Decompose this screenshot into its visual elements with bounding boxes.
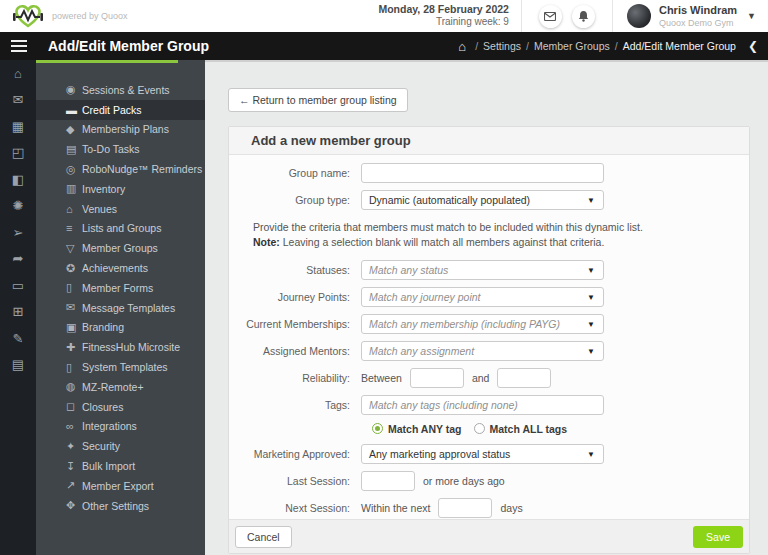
tags-input[interactable]: [361, 395, 604, 415]
cancel-button[interactable]: Cancel: [235, 526, 292, 548]
breadcrumb-separator: /: [526, 40, 529, 52]
match-all-tags-radio[interactable]: [474, 423, 485, 434]
lists-groups-icon: ≡: [66, 222, 82, 234]
fitnesshub-icon: ✚: [66, 341, 82, 354]
messages-button[interactable]: [539, 5, 562, 28]
training-week: Training week: 9: [378, 16, 509, 29]
sidebar-item-integrations[interactable]: ∞Integrations: [36, 417, 205, 437]
equipment-icon[interactable]: ◧: [0, 166, 36, 193]
sidebar-item-message-templates[interactable]: ✉Message Templates: [36, 298, 205, 318]
sidebar-item-lists-and-groups[interactable]: ≡Lists and Groups: [36, 219, 205, 239]
powered-by-label: powered by Quoox: [52, 11, 128, 21]
match-any-tag-radio[interactable]: [372, 423, 383, 434]
last-session-label: Last Session:: [229, 475, 361, 487]
journey-points-select[interactable]: Match any journey point ▼: [361, 287, 604, 307]
sidebar-item-label: Security: [82, 440, 120, 452]
sidebar-item-member-export[interactable]: ↗Member Export: [36, 476, 205, 496]
sidebar-item-label: Branding: [82, 321, 124, 333]
reliability-min-input[interactable]: [410, 368, 464, 388]
sidebar-item-sessions-events[interactable]: ◉Sessions & Events: [36, 80, 205, 100]
sidebar-item-label: Bulk Import: [82, 460, 135, 472]
group-type-select[interactable]: Dynamic (automatically populated) ▼: [361, 190, 604, 210]
home-icon[interactable]: ⌂: [0, 60, 36, 87]
current-date: Monday, 28 February 2022: [378, 3, 509, 16]
collapse-sidebar-icon[interactable]: ❮: [748, 39, 758, 53]
venues-icon: ⌂: [66, 203, 82, 215]
return-to-listing-button[interactable]: ← Return to member group listing: [228, 88, 408, 112]
facility-icon[interactable]: ◰: [0, 140, 36, 167]
statuses-label: Statuses:: [229, 264, 361, 276]
sidebar-item-label: Closures: [82, 401, 123, 413]
home-icon[interactable]: ⌂: [458, 39, 466, 54]
documents-icon[interactable]: ▤: [0, 352, 36, 379]
sidebar-item-robonudge-reminders[interactable]: ◎RoboNudge™ Reminders: [36, 159, 205, 179]
breadcrumb-item-add-edit-member-group[interactable]: Add/Edit Member Group: [623, 40, 736, 52]
robonudge-icon: ◎: [66, 163, 82, 176]
current-memberships-select[interactable]: Match any membership (including PAYG) ▼: [361, 314, 604, 334]
sidebar-item-mz-remote-[interactable]: ◍MZ-Remote+: [36, 377, 205, 397]
marketing-icon[interactable]: ➢: [0, 219, 36, 246]
sidebar-item-security[interactable]: ✦Security: [36, 436, 205, 456]
menu-icon[interactable]: [11, 40, 27, 55]
tag-match-options: Match ANY tag Match ALL tags: [229, 422, 749, 435]
next-session-input[interactable]: [438, 498, 492, 518]
credit-packs-icon: ▬: [66, 104, 82, 116]
sidebar-item-branding[interactable]: ▣Branding: [36, 318, 205, 338]
sidebar-item-closures[interactable]: ◻Closures: [36, 397, 205, 417]
todo-tasks-icon: ▤: [66, 143, 82, 156]
sidebar-item-membership-plans[interactable]: ◆Membership Plans: [36, 120, 205, 140]
journey-points-label: Journey Points:: [229, 291, 361, 303]
sidebar-item-label: MZ-Remote+: [82, 381, 144, 393]
sidebar-item-label: Member Export: [82, 480, 154, 492]
card-footer: Cancel Save: [229, 519, 749, 553]
breadcrumb-item-settings[interactable]: Settings: [483, 40, 521, 52]
sidebar-item-credit-packs[interactable]: ▬Credit Packs: [36, 100, 205, 120]
save-button[interactable]: Save: [693, 526, 743, 548]
chevron-down-icon: ▼: [587, 196, 595, 205]
sidebar-item-label: RoboNudge™ Reminders: [82, 163, 202, 175]
sidebar-item-to-do-tasks[interactable]: ▤To-Do Tasks: [36, 139, 205, 159]
sidebar-item-member-forms[interactable]: ▯Member Forms: [36, 278, 205, 298]
assigned-mentors-label: Assigned Mentors:: [229, 345, 361, 357]
sidebar-item-venues[interactable]: ⌂Venues: [36, 199, 205, 219]
messages-icon[interactable]: ✉: [0, 87, 36, 114]
admin-cogs-icon[interactable]: ✺: [0, 193, 36, 220]
match-any-tag-label: Match ANY tag: [388, 423, 462, 435]
sidebar-item-bulk-import[interactable]: ↧Bulk Import: [36, 456, 205, 476]
finance-icon[interactable]: ▭: [0, 272, 36, 299]
sidebar-item-system-templates[interactable]: ▯System Templates: [36, 357, 205, 377]
branding-icon: ▣: [66, 321, 82, 334]
alerts-button[interactable]: [572, 5, 595, 28]
member-forms-icon: ▯: [66, 281, 82, 294]
other-settings-icon: ✥: [66, 499, 82, 512]
sidebar-item-inventory[interactable]: ▥Inventory: [36, 179, 205, 199]
system-templates-icon: ▯: [66, 361, 82, 374]
assigned-mentors-select[interactable]: Match any assignment ▼: [361, 341, 604, 361]
user-name: Chris Windram: [659, 4, 737, 17]
share-icon[interactable]: ➦: [0, 246, 36, 273]
breadcrumb-item-member-groups[interactable]: Member Groups: [534, 40, 610, 52]
marketing-approved-select[interactable]: Any marketing approval status ▼: [361, 444, 604, 464]
statuses-select[interactable]: Match any status ▼: [361, 260, 604, 280]
notes-icon[interactable]: ✎: [0, 325, 36, 352]
group-name-label: Group name:: [229, 167, 361, 179]
user-menu[interactable]: Chris Windram Quoox Demo Gym ▼: [613, 4, 768, 28]
reliability-and-text: and: [472, 372, 490, 384]
sidebar-item-achievements[interactable]: ✪Achievements: [36, 258, 205, 278]
last-session-input[interactable]: [361, 471, 415, 491]
app-logo[interactable]: powered by Quoox: [12, 3, 128, 29]
calendar-icon[interactable]: ▦: [0, 113, 36, 140]
sidebar-item-other-settings[interactable]: ✥Other Settings: [36, 496, 205, 516]
group-name-input[interactable]: [361, 163, 604, 183]
page-title: Add/Edit Member Group: [48, 38, 209, 54]
sidebar-item-member-groups[interactable]: ▽Member Groups: [36, 238, 205, 258]
sidebar-item-label: Lists and Groups: [82, 222, 161, 234]
user-organisation: Quoox Demo Gym: [659, 18, 737, 28]
main-content: ← Return to member group listing Add a n…: [205, 60, 768, 555]
reliability-max-input[interactable]: [497, 368, 551, 388]
chevron-down-icon: ▼: [747, 11, 756, 21]
reports-icon[interactable]: ⊞: [0, 299, 36, 326]
sidebar-item-fitnesshub-microsite[interactable]: ✚FitnessHub Microsite: [36, 337, 205, 357]
member-export-icon: ↗: [66, 479, 82, 492]
title-bar: Add/Edit Member Group ⌂ /Settings/Member…: [0, 32, 768, 60]
